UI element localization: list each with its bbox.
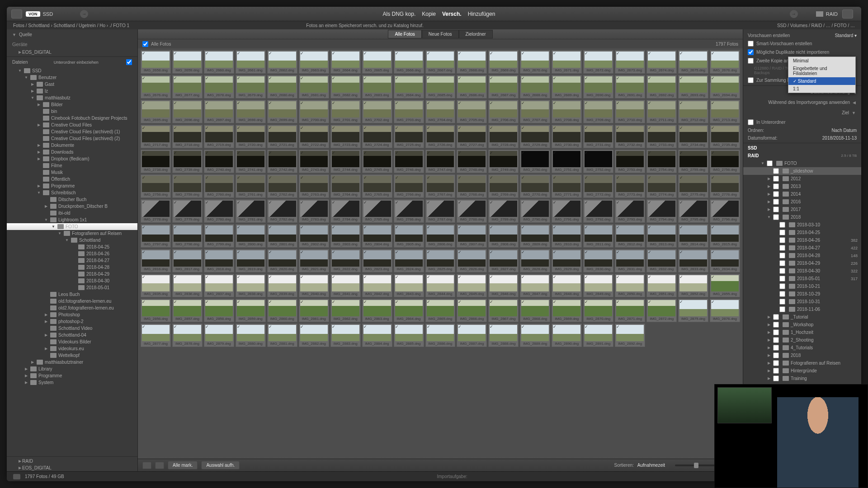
tree-item[interactable]: ▶Library	[7, 366, 137, 372]
dest-tree-item[interactable]: 2018-04-27422	[743, 244, 861, 252]
expand-icon[interactable]	[13, 474, 20, 479]
thumbnail-cell[interactable]: ✓IMG_2666.dng	[394, 50, 424, 74]
tree-item[interactable]: bin	[7, 108, 137, 115]
thumbnail-cell[interactable]: ✓IMG_2659.dng	[172, 50, 203, 74]
dest-checkbox[interactable]	[773, 360, 779, 366]
thumbnail-cell[interactable]: ✓IMG_2732.dng	[615, 125, 645, 148]
thumbnail-cell[interactable]: ✓IMG_2844.dng	[425, 274, 456, 297]
device-eos[interactable]: ▶EOS_DIGITAL	[7, 49, 137, 56]
thumbnail-cell[interactable]: ✓IMG_2847.dng	[520, 274, 550, 297]
thumbnail-cell[interactable]: ✓IMG_2775.dng	[678, 174, 708, 198]
thumbnail-cell[interactable]: ✓IMG_2799.dng	[204, 224, 234, 248]
thumbnail-cell[interactable]: ✓IMG_2826.dng	[457, 249, 487, 272]
dest-tree-item[interactable]: ▶Training	[743, 375, 861, 382]
thumbnail-cell[interactable]: ✓IMG_2881.dng	[267, 324, 297, 347]
dest-tree-item[interactable]: ▶4_Tutorials	[743, 344, 861, 352]
dest-checkbox[interactable]	[779, 237, 785, 243]
thumbnail-cell[interactable]: ✓IMG_2793.dng	[615, 199, 645, 223]
dest-checkbox[interactable]	[773, 168, 779, 174]
thumbnail-cell[interactable]: ✓IMG_2888.dng	[488, 324, 519, 347]
thumbnail-cell[interactable]: ✓IMG_2787.dng	[425, 199, 456, 223]
thumbnail-cell[interactable]: ✓IMG_2748.dng	[457, 150, 487, 173]
thumbnail-cell[interactable]: ✓IMG_2855.dng	[710, 274, 740, 297]
thumbnail-cell[interactable]: ✓IMG_2704.dng	[425, 100, 456, 123]
tree-item[interactable]: 2018-04-26	[7, 250, 137, 257]
thumbnail-cell[interactable]: ✓IMG_2851.dng	[646, 274, 677, 297]
thumbnail-cell[interactable]: ✓IMG_2816.dng	[141, 249, 171, 272]
loupe-view-icon[interactable]	[155, 462, 164, 469]
thumbnail-cell[interactable]: ✓IMG_2710.dng	[615, 100, 645, 123]
thumbnail-cell[interactable]: ✓IMG_2779.dng	[172, 199, 203, 223]
thumbnail-cell[interactable]: ✓IMG_2776.dng	[710, 174, 740, 198]
thumbnail-cell[interactable]: ✓IMG_2884.dng	[362, 324, 392, 347]
thumbnail-cell[interactable]: ✓IMG_2822.dng	[330, 249, 361, 272]
thumbnail-cell[interactable]: ✓IMG_2675.dng	[678, 50, 708, 74]
dest-volume[interactable]: RAID	[826, 11, 838, 17]
thumbnail-cell[interactable]: ✓IMG_2662.dng	[267, 50, 297, 74]
tree-item[interactable]: Wettelkopf	[7, 352, 137, 359]
thumbnail-cell[interactable]: ✓IMG_2833.dng	[678, 249, 708, 272]
tree-item[interactable]: Musik	[7, 169, 137, 176]
dest-tree-item[interactable]: 2018-04-29226	[743, 259, 861, 267]
thumbnail-cell[interactable]: ✓IMG_2785.dng	[362, 199, 392, 223]
dest-checkbox[interactable]	[779, 222, 785, 228]
thumbnail-cell[interactable]: ✓IMG_2849.dng	[583, 274, 613, 297]
thumbnail-cell[interactable]: ✓IMG_2878.dng	[172, 324, 203, 347]
thumbnail-grid-scroll[interactable]: ✓IMG_2658.dng✓IMG_2659.dng✓IMG_2660.dng✓…	[138, 48, 743, 459]
thumbnail-cell[interactable]: ✓IMG_2879.dng	[204, 324, 234, 347]
thumbnail-cell[interactable]: ✓IMG_2680.dng	[267, 75, 297, 99]
dest-checkbox[interactable]	[779, 260, 785, 266]
thumbnail-cell[interactable]: ✓IMG_2683.dng	[362, 75, 392, 99]
thumbnail-cell[interactable]: ✓IMG_2687.dng	[488, 75, 519, 99]
tree-item[interactable]: ▶Dokumente	[7, 142, 137, 149]
thumbnail-cell[interactable]: ✓IMG_2672.dng	[583, 50, 613, 74]
thumbnail-cell[interactable]: ✓IMG_2762.dng	[267, 174, 297, 198]
thumbnail-cell[interactable]: ✓IMG_2883.dng	[330, 324, 361, 347]
thumbnail-cell[interactable]: ✓IMG_2850.dng	[615, 274, 645, 297]
tree-item[interactable]: old.fotografieren-lernen.eu	[7, 298, 137, 305]
preview-size-dropdown[interactable]: Minimal Eingebettete und Filialdateien✓ …	[788, 56, 856, 93]
thumbnail-cell[interactable]: ✓IMG_2746.dng	[394, 150, 424, 173]
tree-item[interactable]: ▶RAID	[7, 458, 137, 465]
dest-tree-item[interactable]: 2018-05-01317	[743, 275, 861, 282]
dropdown-item[interactable]: ✓ Standard	[788, 77, 855, 85]
thumbnail-cell[interactable]: ✓IMG_2735.dng	[710, 125, 740, 148]
thumbnail-cell[interactable]: ✓IMG_2723.dng	[330, 125, 361, 148]
tree-item[interactable]: old2.fotografieren-lernen.eu	[7, 305, 137, 311]
thumbnail-cell[interactable]: ✓IMG_2864.dng	[394, 299, 424, 322]
thumbnail-cell[interactable]: ✓IMG_2808.dng	[488, 224, 519, 248]
thumbnail-cell[interactable]: ✓IMG_2753.dng	[615, 150, 645, 173]
thumbnail-cell[interactable]: ✓IMG_2773.dng	[615, 174, 645, 198]
thumbnail-cell[interactable]: ✓IMG_2890.dng	[552, 324, 582, 347]
thumbnail-cell[interactable]: ✓IMG_2824.dng	[394, 249, 424, 272]
source-volume[interactable]: SSD	[43, 11, 53, 17]
thumbnail-cell[interactable]: ✓IMG_2726.dng	[425, 125, 456, 148]
dest-checkbox[interactable]	[773, 352, 779, 358]
tree-item[interactable]: 2018-04-25	[7, 244, 137, 250]
thumbnail-cell[interactable]: ✓IMG_2729.dng	[520, 125, 550, 148]
collection-checkbox[interactable]	[748, 77, 754, 83]
thumbnail-cell[interactable]: ✓IMG_2784.dng	[330, 199, 361, 223]
thumbnail-cell[interactable]: ✓IMG_2821.dng	[299, 249, 329, 272]
tree-item[interactable]: ibi-old	[7, 210, 137, 216]
thumbnail-cell[interactable]: ✓IMG_2764.dng	[330, 174, 361, 198]
tree-item[interactable]: Schottland Video	[7, 325, 137, 332]
dest-checkbox[interactable]	[779, 253, 785, 258]
thumbnail-cell[interactable]: ✓IMG_2794.dng	[646, 199, 677, 223]
dest-tree-item[interactable]: 2018-04-25	[743, 229, 861, 236]
dest-checkbox[interactable]	[773, 329, 779, 335]
thumbnail-cell[interactable]: ✓IMG_2804.dng	[362, 224, 392, 248]
thumbnail-cell[interactable]: ✓IMG_2765.dng	[362, 174, 392, 198]
thumbnail-cell[interactable]: ✓IMG_2778.dng	[141, 199, 171, 223]
dest-checkbox[interactable]	[779, 245, 785, 251]
thumbnail-cell[interactable]: ✓IMG_2815.dng	[710, 224, 740, 248]
thumbnail-cell[interactable]: ✓IMG_2819.dng	[236, 249, 266, 272]
filter-tab[interactable]: Neue Fotos	[422, 30, 459, 38]
dest-checkbox[interactable]	[767, 160, 773, 166]
thumbnail-cell[interactable]: ✓IMG_2892.dng	[615, 324, 645, 347]
dest-tree-item[interactable]: ▶2016	[743, 198, 861, 206]
thumbnail-cell[interactable]: ✓IMG_2771.dng	[552, 174, 582, 198]
thumbnail-cell[interactable]: ✓IMG_2698.dng	[236, 100, 266, 123]
thumbnail-cell[interactable]: ✓IMG_2869.dng	[552, 299, 582, 322]
dest-checkbox[interactable]	[773, 368, 779, 374]
